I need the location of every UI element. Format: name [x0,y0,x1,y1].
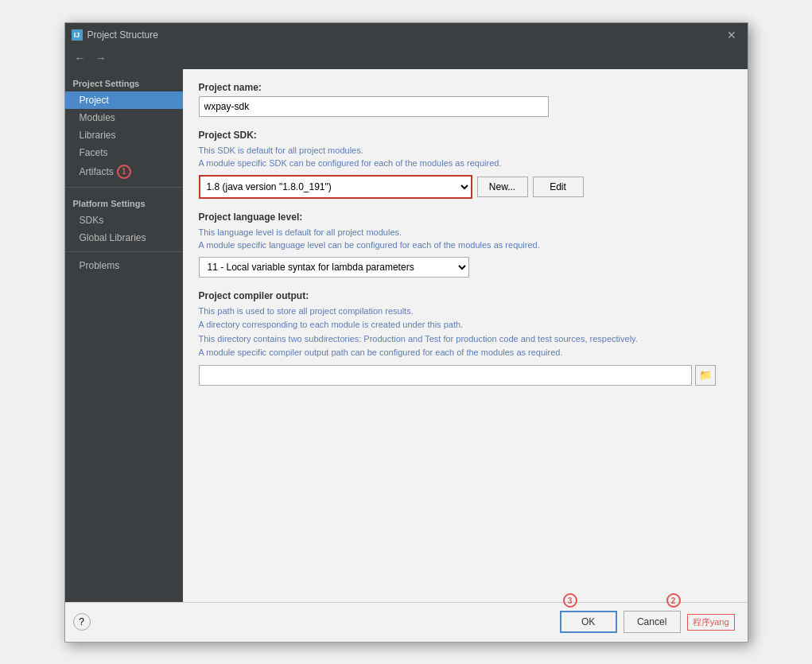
sidebar-divider-2 [65,251,183,252]
toolbar: ← → [65,47,748,69]
annotation-1-badge: 1 [117,165,131,179]
compiler-output-row: 📁 [199,365,732,386]
dialog-title: Project Structure [87,29,158,41]
app-icon: IJ [72,29,83,41]
sdk-row: 1.8 (java version "1.8.0_191") New... Ed… [199,175,732,199]
new-sdk-button[interactable]: New... [477,177,528,197]
platform-settings-section: Platform Settings [65,192,183,212]
sidebar-item-sdks[interactable]: SDKs [65,212,183,229]
ok-wrapper: 3 OK [560,611,617,633]
project-name-section: Project name: [199,82,732,117]
compiler-output-description: This path is used to store all project c… [199,305,732,360]
sidebar-item-artifacts[interactable]: Artifacts 1 [65,161,183,182]
project-sdk-label: Project SDK: [199,130,732,141]
close-button[interactable]: ✕ [722,27,741,43]
sidebar-item-project[interactable]: Project [65,91,183,109]
title-bar: IJ Project Structure ✕ [65,23,748,47]
compiler-output-input[interactable] [199,365,692,386]
dialog-footer: ? 3 OK 2 Cancel 程序yang [65,602,748,642]
back-button[interactable]: ← [72,50,89,66]
folder-icon: 📁 [699,369,712,381]
sidebar: Project Settings Project Modules Librari… [65,69,183,602]
language-level-label: Project language level: [199,212,732,223]
project-structure-dialog: IJ Project Structure ✕ ← → Project Setti… [64,22,748,643]
footer-right: 3 OK 2 Cancel 程序yang [560,611,735,633]
browse-folder-button[interactable]: 📁 [695,365,716,386]
watermark: 程序yang [687,614,735,631]
cancel-watermark-wrapper: 2 Cancel [624,611,681,633]
sidebar-item-libraries[interactable]: Libraries [65,126,183,144]
main-content: Project name: Project SDK: This SDK is d… [183,69,748,602]
sdk-dropdown-wrapper: 1.8 (java version "1.8.0_191") [199,175,472,199]
language-description: This language level is default for all p… [199,226,732,252]
compiler-output-section: Project compiler output: This path is us… [199,290,732,386]
sidebar-item-problems[interactable]: Problems [65,257,183,274]
cancel-button[interactable]: Cancel [624,611,681,633]
annotation-2-badge: 2 [666,593,681,608]
project-name-input[interactable] [199,96,549,117]
title-bar-left: IJ Project Structure [72,29,158,41]
sidebar-item-modules[interactable]: Modules [65,109,183,126]
edit-sdk-button[interactable]: Edit [533,177,584,197]
project-name-label: Project name: [199,82,732,93]
sidebar-item-global-libraries[interactable]: Global Libraries [65,229,183,247]
sdk-description: This SDK is default for all project modu… [199,144,732,170]
sdk-select[interactable]: 1.8 (java version "1.8.0_191") [200,177,471,197]
language-level-select[interactable]: 11 - Local variable syntax for lambda pa… [199,257,469,278]
annotation-3-badge: 3 [563,593,577,608]
footer-left: ? [73,613,91,631]
project-sdk-section: Project SDK: This SDK is default for all… [199,130,732,199]
compiler-output-label: Project compiler output: [199,290,732,301]
forward-button[interactable]: → [92,50,110,66]
help-button[interactable]: ? [73,613,91,631]
ok-button[interactable]: OK [560,611,617,633]
dialog-body: Project Settings Project Modules Librari… [65,69,748,602]
sidebar-divider [65,187,183,188]
project-settings-section: Project Settings [65,72,183,91]
project-language-section: Project language level: This language le… [199,212,732,278]
sidebar-item-facets[interactable]: Facets [65,144,183,161]
